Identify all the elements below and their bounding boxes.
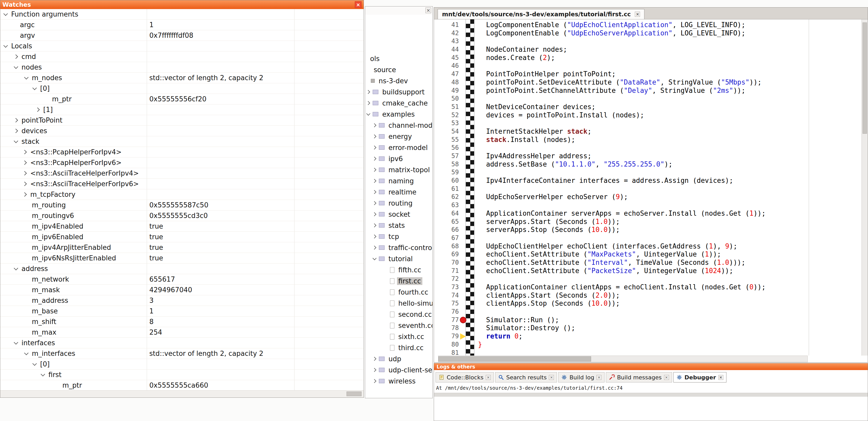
line-number[interactable]: 66 bbox=[434, 226, 459, 234]
line-number[interactable]: 57 bbox=[434, 152, 459, 160]
breakpoint-icon[interactable] bbox=[460, 317, 466, 323]
tree-item-naming[interactable]: naming bbox=[365, 175, 432, 187]
expand-icon[interactable] bbox=[372, 368, 376, 372]
watch-row[interactable]: devices bbox=[0, 126, 364, 136]
line-number[interactable]: 43 bbox=[434, 37, 459, 45]
code-line[interactable]: 67 bbox=[434, 234, 861, 242]
watch-row[interactable]: [1] bbox=[0, 104, 364, 115]
expand-icon[interactable] bbox=[372, 201, 376, 205]
tree-item-udp[interactable]: udp bbox=[365, 353, 432, 364]
expand-icon[interactable] bbox=[372, 234, 376, 239]
tree-item-socket[interactable]: socket bbox=[365, 209, 432, 220]
code-line[interactable]: 45 nodes.Create (2); bbox=[434, 54, 861, 62]
tree-item-udp-client-ser[interactable]: udp-client-ser bbox=[365, 364, 432, 376]
watches-hscrollbar[interactable] bbox=[0, 390, 364, 397]
expand-icon[interactable] bbox=[372, 212, 376, 217]
line-number[interactable]: 60 bbox=[434, 176, 459, 185]
code-line[interactable]: 75 clientApps.Stop (Seconds (10.0)); bbox=[434, 299, 861, 308]
watch-row[interactable]: m_network655617 bbox=[0, 274, 364, 285]
watch-row[interactable]: <ns3::PcapHelperForIpv4> bbox=[0, 147, 364, 158]
line-number[interactable]: 54 bbox=[434, 128, 459, 136]
watches-titlebar[interactable]: Watches × bbox=[0, 0, 364, 9]
line-number[interactable]: 77 bbox=[434, 316, 459, 324]
expand-icon[interactable] bbox=[372, 223, 376, 228]
line-number[interactable]: 73 bbox=[434, 283, 459, 291]
expand-icon[interactable] bbox=[23, 182, 27, 186]
code-line[interactable]: 55 stack.Install (nodes); bbox=[434, 136, 861, 144]
line-number[interactable]: 47 bbox=[434, 70, 459, 78]
line-number[interactable]: 76 bbox=[434, 308, 459, 316]
code-line[interactable]: 53 bbox=[434, 119, 861, 128]
scrollbar-thumb[interactable] bbox=[863, 23, 867, 134]
close-icon[interactable]: × bbox=[635, 12, 640, 17]
watch-row[interactable]: m_address3 bbox=[0, 295, 364, 306]
logs-tab-build-log[interactable]: Build log× bbox=[558, 372, 604, 383]
collapse-icon[interactable] bbox=[32, 361, 37, 366]
watch-row[interactable]: <ns3::PcapHelperForIpv6> bbox=[0, 158, 364, 168]
watch-row[interactable]: pointToPoint bbox=[0, 115, 364, 126]
line-number[interactable]: 50 bbox=[434, 95, 459, 103]
line-number[interactable]: 44 bbox=[434, 45, 459, 54]
code-line[interactable]: 76 bbox=[434, 308, 861, 316]
watch-row[interactable]: [0] bbox=[0, 359, 364, 369]
tree-item-tutorial[interactable]: tutorial bbox=[365, 253, 432, 264]
line-number[interactable]: 69 bbox=[434, 250, 459, 259]
collapse-icon[interactable] bbox=[14, 266, 18, 270]
expand-icon[interactable] bbox=[372, 179, 376, 183]
code-line[interactable]: 62 UdpEchoServerHelper echoServer (9); bbox=[434, 193, 861, 201]
expand-icon[interactable] bbox=[372, 246, 376, 250]
line-number[interactable]: 67 bbox=[434, 234, 459, 242]
tree-item-tcp[interactable]: tcp bbox=[365, 231, 432, 242]
tree-item-buildsupport[interactable]: buildsupport bbox=[365, 86, 432, 97]
code-line[interactable]: 43 bbox=[434, 37, 861, 45]
watch-row[interactable]: m_ipv6NsRsJitterEnabledtrue bbox=[0, 253, 364, 263]
line-number[interactable]: 46 bbox=[434, 62, 459, 70]
code-line[interactable]: 52 devices = pointToPoint.Install (nodes… bbox=[434, 111, 861, 120]
code-line[interactable]: 74 clientApps.Start (Seconds (2.0)); bbox=[434, 291, 861, 300]
code-line[interactable]: 80} bbox=[434, 341, 861, 349]
watch-row[interactable]: m_max254 bbox=[0, 327, 364, 338]
watch-row[interactable]: [0] bbox=[0, 83, 364, 94]
code-line[interactable]: 66 serverApps.Stop (Seconds (10.0)); bbox=[434, 226, 861, 234]
tree-item-source[interactable]: source bbox=[365, 64, 432, 75]
expand-icon[interactable] bbox=[23, 161, 27, 165]
collapse-icon[interactable] bbox=[14, 340, 18, 345]
line-number[interactable]: 75 bbox=[434, 299, 459, 308]
line-number[interactable]: 58 bbox=[434, 160, 459, 169]
tree-item-ns-3-dev[interactable]: ns-3-dev bbox=[365, 75, 432, 86]
tree-item-third-cc[interactable]: third.cc bbox=[365, 342, 432, 353]
expand-icon[interactable] bbox=[14, 129, 18, 133]
watch-row[interactable]: address bbox=[0, 263, 364, 274]
line-number[interactable]: 45 bbox=[434, 54, 459, 62]
close-icon[interactable]: × bbox=[486, 375, 491, 380]
code-line[interactable]: 51 NetDeviceContainer devices; bbox=[434, 103, 861, 111]
logs-scrollbar[interactable] bbox=[434, 393, 868, 397]
code-line[interactable]: 54 InternetStackHelper stack; bbox=[434, 128, 861, 136]
expand-icon[interactable] bbox=[23, 192, 27, 197]
line-number[interactable]: 74 bbox=[434, 291, 459, 300]
line-number[interactable]: 63 bbox=[434, 201, 459, 209]
line-number[interactable]: 79 bbox=[434, 332, 459, 341]
collapse-icon[interactable] bbox=[3, 11, 8, 16]
line-number[interactable]: 48 bbox=[434, 78, 459, 87]
expand-icon[interactable] bbox=[366, 101, 370, 105]
code-line[interactable]: 79 return 0; bbox=[434, 332, 861, 341]
tree-item-energy[interactable]: energy bbox=[365, 131, 432, 142]
watch-row[interactable]: m_ipv4ArpJitterEnabledtrue bbox=[0, 242, 364, 253]
logs-tab-debugger[interactable]: Debugger× bbox=[673, 372, 726, 383]
watch-row[interactable]: m_ptr0x5555555ca660 bbox=[0, 380, 364, 390]
tree-item-fourth-cc[interactable]: fourth.cc bbox=[365, 287, 432, 298]
code-line[interactable]: 78 Simulator::Destroy (); bbox=[434, 324, 861, 332]
watch-row[interactable]: <ns3::AsciiTraceHelperForIpv4> bbox=[0, 168, 364, 179]
code-line[interactable]: 64 ApplicationContainer serverApps = ech… bbox=[434, 209, 861, 218]
code-line[interactable]: 59 bbox=[434, 168, 861, 176]
watch-row[interactable]: Locals bbox=[0, 41, 364, 52]
watch-row[interactable]: m_shift8 bbox=[0, 317, 364, 327]
expand-icon[interactable] bbox=[23, 150, 27, 154]
line-number[interactable]: 70 bbox=[434, 259, 459, 267]
code-area[interactable]: 41 LogComponentEnable ("UdpEchoClientApp… bbox=[434, 20, 868, 356]
close-icon[interactable]: × bbox=[664, 375, 669, 380]
line-number[interactable]: 78 bbox=[434, 324, 459, 332]
expand-icon[interactable] bbox=[372, 190, 376, 194]
code-line[interactable]: 47 PointToPointHelper pointToPoint; bbox=[434, 70, 861, 78]
